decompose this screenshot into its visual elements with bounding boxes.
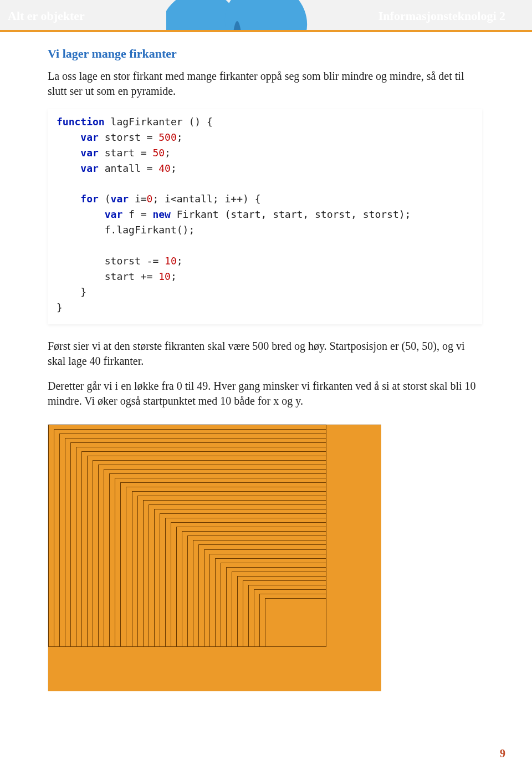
num: 10 [165, 255, 177, 267]
num: 0 [147, 193, 153, 205]
code-text: storst -= [105, 255, 165, 267]
kw-var: var [111, 193, 129, 205]
code-text: lagFirkanter () { [105, 116, 213, 128]
code-text: ; [171, 271, 177, 282]
page-number: 9 [500, 747, 505, 760]
header-left-title: Alt er objekter [8, 9, 85, 23]
num: 10 [158, 271, 171, 282]
kw-new: new [152, 208, 171, 220]
header-right-title: Informasjonsteknologi 2 [378, 9, 505, 23]
section-title: Vi lager mange firkanter [48, 47, 482, 61]
code-text: } [57, 302, 63, 313]
code-text: ; [177, 131, 183, 143]
code-text: ( [99, 193, 111, 205]
kw-var: var [105, 208, 123, 220]
kw-var: var [80, 147, 99, 159]
code-text: start += [105, 271, 159, 282]
code-text: ; [165, 147, 171, 159]
code-block-lagfirkanter: function lagFirkanter () { var storst = … [48, 109, 482, 324]
code-text: antall = [99, 162, 158, 174]
code-text: Firkant (start, start, storst, storst); [171, 208, 411, 220]
num: 500 [158, 131, 177, 143]
page-header: Alt er objekter Informasjonsteknologi 2 [0, 0, 532, 32]
paragraph-3: Deretter går vi i en løkke fra 0 til 49.… [48, 379, 482, 409]
kw-var: var [80, 131, 99, 143]
content-area: Vi lager mange firkanter La oss lage en … [0, 32, 532, 691]
kw-var: var [80, 162, 99, 174]
squares-canvas [48, 424, 381, 691]
kw-for: for [80, 193, 99, 205]
code-text: start = [99, 147, 153, 159]
code-text: i= [129, 193, 147, 205]
square [265, 598, 326, 647]
kw-function: function [57, 116, 105, 128]
code-text: } [80, 286, 86, 298]
num: 40 [158, 162, 171, 174]
code-text: storst = [99, 131, 158, 143]
intro-paragraph: La oss lage en stor firkant med mange fi… [48, 69, 482, 99]
butterfly-graphic [166, 0, 310, 32]
num: 50 [152, 147, 165, 159]
paragraph-2: Først sier vi at den største fikranten s… [48, 339, 482, 369]
squares-canvas-wrap [48, 424, 482, 691]
code-text: f = [122, 208, 152, 220]
code-text: ; [171, 162, 177, 174]
code-text: f.lagFirkant(); [105, 224, 195, 236]
code-text: ; i<antall; i++) { [152, 193, 260, 205]
header-rule [0, 30, 532, 32]
code-text: ; [177, 255, 183, 267]
